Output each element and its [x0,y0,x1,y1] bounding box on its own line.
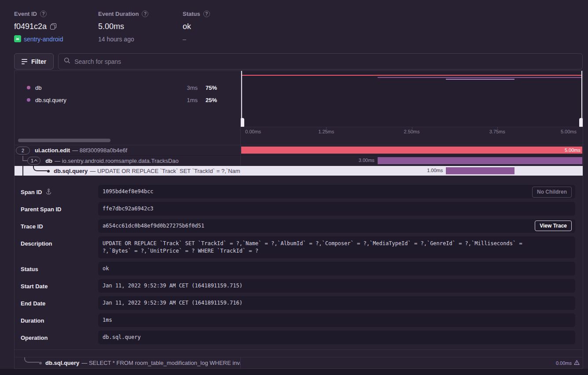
axis-tick: 0.00ms [245,129,261,134]
span-duration: 1.00ms [427,168,443,173]
help-icon[interactable]: ? [40,11,47,17]
op-duration: 1ms [175,97,198,103]
op-percentage: 25% [198,97,217,103]
ops-breakdown-row-db[interactable]: db 3ms 75% [15,81,240,94]
start-date-value: Jan 11, 2022 9:52:39 AM CET (1641891159.… [98,279,575,293]
event-time-ago: 14 hours ago [98,36,134,43]
op-duration: 3ms [175,85,198,91]
anchor-icon[interactable] [45,188,52,195]
event-id-label: Event ID [14,11,37,17]
op-color-dot [27,86,30,89]
span-desc: — SELECT * FROM room_table_modification_… [81,360,241,366]
minimap-right-handle[interactable] [579,71,583,127]
duration-row-label: Duration [21,317,44,324]
span-duration: 3.00ms [359,158,375,163]
no-children-badge: No Children [532,187,572,198]
minimap-span-db [378,77,581,78]
minimap-span-ui-action-edit [242,75,582,76]
warning-icon [574,360,580,366]
parent-span-id-label: Parent Span ID [21,206,61,213]
start-date-label: Start Date [21,283,48,290]
search-box[interactable] [58,53,583,70]
event-header: Event ID ? f0491c2a sentry-android Event… [14,10,210,43]
operation-value: db.sql.query [98,331,575,344]
span-duration: 5.00ms [565,147,582,153]
span-row-db-sql-query-select[interactable]: db.sql.query — SELECT * FROM room_table_… [15,357,583,368]
operation-label: Operation [21,334,48,341]
parent-span-id-value: ffe7dbc92a6942c3 [98,202,575,216]
op-percentage: 75% [198,85,217,91]
span-duration: 0.00ms [556,360,572,366]
trace-id-label: Trace ID [21,223,43,230]
span-desc: — io.sentry.android.roomsample.data.Trac… [55,158,179,164]
description-value: UPDATE OR REPLACE `Track` SET `TrackId` … [98,236,575,258]
children-count-pill-expanded[interactable]: 1 [27,157,40,165]
axis-tick: 2.50ms [404,129,419,134]
trace-minimap[interactable] [241,71,583,127]
filter-button-label: Filter [31,58,46,65]
span-bar: 5.00ms [241,147,582,154]
help-icon[interactable]: ? [142,11,148,17]
span-id-value: 1095bd4ef8e94bcc No Children [98,185,575,199]
page-bottom-strip [0,369,588,375]
span-op: db.sql.query [45,360,79,366]
span-bar [378,157,582,164]
help-icon[interactable]: ? [203,11,210,17]
ops-breakdown: db 3ms 75% db.sql.query 1ms 25% [15,71,241,136]
span-desc: — 88f300998a0b4e6f [72,147,127,154]
event-id-value: f0491c2a [14,22,47,31]
chevron-up-icon [34,159,37,163]
event-id-label-row: Event ID ? [14,10,98,18]
status-row-value: ok [98,262,575,276]
android-icon [14,35,21,44]
status-row-label: Status [21,265,38,272]
axis-tick: 3.75ms [489,129,505,134]
children-count-pill[interactable]: 2 [16,147,30,154]
span-op: db.sql.query [54,168,88,174]
minimap-span-db-sql-query [446,79,514,80]
op-color-dot [27,98,30,102]
trace-panel: db 3ms 75% db.sql.query 1ms 25% 0.00m [14,70,583,369]
view-trace-button[interactable]: View Trace [535,221,572,231]
ops-breakdown-row-db-sql-query[interactable]: db.sql.query 1ms 25% [15,94,240,106]
scrollbar-thumb[interactable] [18,139,110,142]
toolbar: Filter [14,53,583,70]
span-op: db [45,158,52,164]
op-name: db.sql.query [35,97,175,103]
op-name: db [35,85,175,91]
status-sub: – [183,36,186,43]
span-row-db[interactable]: 1 db — io.sentry.android.roomsample.data… [15,155,583,165]
status-label: Status [183,11,200,17]
trace-id-value: a654cc61dc0b48ef9d0b27275b6f0d51 View Tr… [98,219,575,233]
copy-icon[interactable] [50,23,56,29]
tree-horizontal-scrollbar [15,136,241,145]
span-row-db-sql-query-selected[interactable]: db.sql.query — UPDATE OR REPLACE `Track`… [15,165,583,176]
end-date-label: End Date [21,300,45,307]
event-duration-label: Event Duration [98,11,139,17]
minimap-left-handle[interactable] [241,71,245,127]
duration-row-value: 1ms [98,313,575,327]
time-axis: 0.00ms 1.25ms 2.50ms 3.75ms 5.00ms [241,127,583,136]
filter-icon [22,59,27,64]
event-duration-value: 5.00ms [98,22,124,31]
end-date-value: Jan 11, 2022 9:52:39 AM CET (1641891159.… [98,296,575,310]
span-row-ui-action-edit[interactable]: 2 ui.action.edit — 88f300998a0b4e6f 5.00… [15,145,583,155]
span-id-label: Span ID [21,188,42,195]
description-label: Description [21,240,52,247]
span-tree: 2 ui.action.edit — 88f300998a0b4e6f 5.00… [15,145,583,176]
search-input[interactable] [74,58,577,65]
axis-tick: 1.25ms [318,129,334,134]
span-desc: — UPDATE OR REPLACE `Track` SET `TrackId… [90,168,241,174]
project-link[interactable]: sentry-android [24,36,63,43]
axis-tick: 5.00ms [561,129,577,134]
status-value: ok [183,22,191,31]
search-icon [64,57,70,66]
span-detail-panel: Span ID 1095bd4ef8e94bcc No Children Par… [15,176,583,350]
filter-button[interactable]: Filter [14,53,54,70]
span-bar [446,167,514,174]
span-op: ui.action.edit [35,147,70,154]
